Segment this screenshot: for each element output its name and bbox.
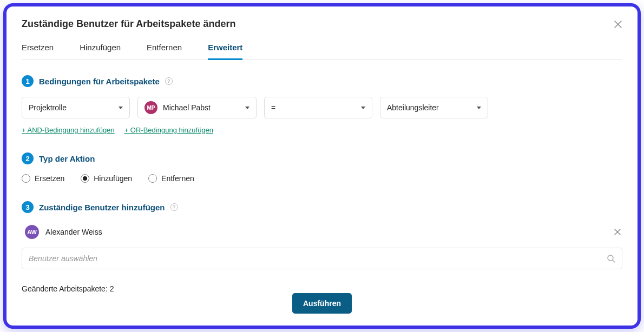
remove-user-icon[interactable] [614,228,621,236]
condition-user-value: Michael Pabst [163,103,211,112]
tab-advanced[interactable]: Erweitert [208,43,242,60]
condition-operator-select[interactable]: = [264,97,372,118]
close-icon[interactable] [614,20,622,29]
tab-replace[interactable]: Ersetzen [22,43,54,60]
help-icon[interactable]: ? [165,77,173,85]
condition-user-select[interactable]: MP Michael Pabst [137,97,257,118]
radio-replace-label: Ersetzen [35,174,64,183]
search-icon [607,254,615,263]
radio-add-label: Hinzufügen [94,174,132,183]
condition-value: Abteilungsleiter [387,103,439,112]
condition-operator-value: = [271,103,275,112]
chevron-down-icon [245,107,249,109]
user-search-input[interactable]: Benutzer auswählen [22,248,622,269]
tab-add[interactable]: Hinzufügen [80,43,121,60]
radio-add[interactable]: Hinzufügen [81,174,132,183]
chevron-down-icon [119,107,123,109]
step-3-title: Zuständige Benutzer hinzufügen [39,203,165,212]
step-1-badge: 1 [22,75,34,87]
add-or-condition-link[interactable]: + OR-Bedingung hinzufügen [124,126,213,134]
chevron-down-icon [361,107,365,109]
condition-field-value: Projektrolle [29,103,67,112]
execute-button[interactable]: Ausführen [292,293,352,314]
changed-count-label: Geänderte Arbeitspakete: 2 [22,284,622,293]
add-and-condition-link[interactable]: + AND-Bedingung hinzufügen [22,126,115,134]
condition-field-select[interactable]: Projektrolle [22,97,130,118]
step-1-title: Bedingungen für Arbeitspakete [39,77,160,86]
step-3-badge: 3 [22,201,34,213]
tabs: Ersetzen Hinzufügen Entfernen Erweitert [22,43,622,60]
step-2-title: Typ der Aktion [39,154,95,163]
modal-title: Zuständige Benutzer für Arbeitspakete än… [22,18,235,30]
radio-remove[interactable]: Entfernen [148,174,194,183]
help-icon[interactable]: ? [170,203,178,211]
tab-remove[interactable]: Entfernen [147,43,182,60]
chevron-down-icon [477,107,481,109]
radio-replace[interactable]: Ersetzen [22,174,64,183]
search-placeholder: Benutzer auswählen [29,254,97,263]
avatar: AW [25,225,39,239]
selected-user-name: Alexander Weiss [45,228,102,236]
avatar: MP [144,101,157,114]
radio-remove-label: Entfernen [161,174,194,183]
condition-value-select[interactable]: Abteilungsleiter [380,97,488,118]
step-2-badge: 2 [22,152,34,164]
